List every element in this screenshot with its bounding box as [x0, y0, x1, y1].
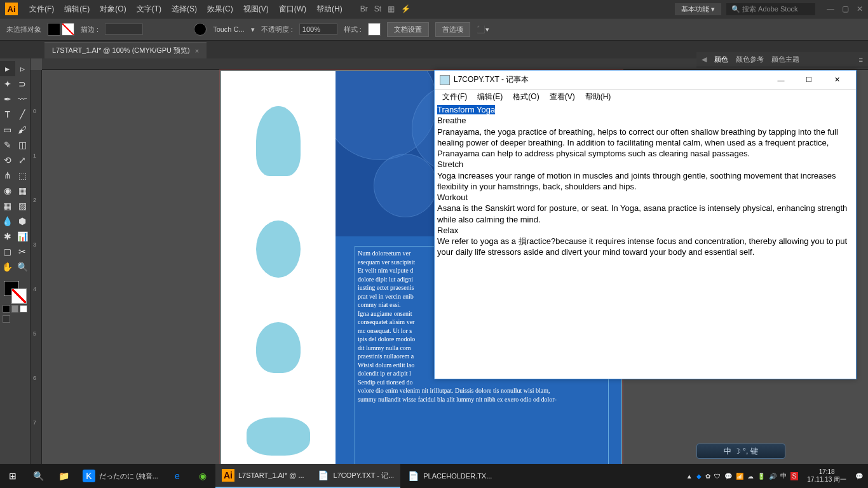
width-tool[interactable]: ⋔	[0, 168, 15, 183]
magic-wand-tool[interactable]: ✦	[0, 76, 15, 92]
notepad-menu-file[interactable]: 文件(F)	[438, 92, 471, 102]
notepad-text-area[interactable]: Transform Yoga Breathe Pranayama, the yo…	[435, 104, 856, 379]
workspace-selector[interactable]: 基本功能 ▾	[675, 3, 721, 15]
gradient-tool[interactable]: ▨	[15, 198, 31, 214]
screen-mode-icon[interactable]	[3, 315, 10, 323]
tray-icon[interactable]: ☁	[747, 473, 754, 480]
panel-tab-color-themes[interactable]: 颜色主题	[771, 55, 799, 64]
menu-edit[interactable]: 编辑(E)	[59, 4, 95, 15]
notepad-menu-view[interactable]: 查看(V)	[546, 92, 579, 102]
system-tray[interactable]: ▲ ◆ ✿ 🛡 💬 📶 ☁ 🔋 🔊 中 S 17:18 17.11.13 周一 …	[681, 468, 868, 484]
ime-icon[interactable]: S	[790, 472, 799, 480]
shape-builder-tool[interactable]: ◉	[0, 183, 15, 198]
eraser-tool[interactable]: ◫	[15, 137, 31, 152]
notepad-titlebar[interactable]: L7COPY.TXT - 记事本 — ☐ ✕	[435, 71, 856, 90]
eyedropper-tool[interactable]: 💧	[0, 214, 15, 229]
stroke-swatch[interactable]	[62, 23, 74, 36]
doc-setup-button[interactable]: 文档设置	[387, 22, 429, 37]
gradient-mode-icon[interactable]	[11, 305, 19, 313]
maximize-icon[interactable]: ▢	[842, 4, 849, 13]
yoga-pose-3[interactable]	[256, 322, 301, 373]
yoga-pose-2[interactable]	[256, 220, 301, 278]
notepad-menu-edit[interactable]: 编辑(E)	[473, 92, 506, 102]
ime-lang[interactable]: 中	[780, 471, 787, 480]
clock[interactable]: 17:18 17.11.13 周一	[802, 468, 851, 484]
mesh-tool[interactable]: ▦	[0, 198, 15, 214]
tray-icon[interactable]: 📶	[736, 473, 743, 480]
file-explorer-button[interactable]: 📁	[51, 464, 76, 488]
type-tool[interactable]: T	[0, 107, 15, 122]
selection-tool[interactable]: ▸	[0, 61, 15, 76]
notepad-menu-help[interactable]: 帮助(H)	[581, 92, 615, 102]
minimize-icon[interactable]: —	[827, 4, 834, 13]
menu-help[interactable]: 帮助(H)	[311, 4, 348, 15]
menu-window[interactable]: 窗口(W)	[274, 4, 311, 15]
paintbrush-tool[interactable]: 🖌	[15, 122, 31, 137]
notepad-maximize-button[interactable]: ☐	[795, 71, 823, 89]
artboard-tool[interactable]: ▢	[0, 244, 15, 259]
menu-view[interactable]: 视图(V)	[238, 4, 274, 15]
start-button[interactable]: ⊞	[0, 464, 25, 488]
shaper-tool[interactable]: ✎	[0, 137, 15, 152]
stroke-weight-input[interactable]	[105, 24, 143, 35]
direct-selection-tool[interactable]: ▹	[15, 61, 31, 76]
placeholder-task-button[interactable]: 📄PLACEHOLDER.TX...	[400, 464, 498, 488]
lasso-tool[interactable]: ⊃	[15, 76, 31, 92]
style-swatch[interactable]	[368, 23, 381, 36]
notifications-icon[interactable]: 💬	[855, 473, 863, 480]
menu-file[interactable]: 文件(F)	[24, 4, 59, 15]
tab-close-icon[interactable]: ×	[195, 47, 199, 55]
brush-swatch[interactable]	[194, 23, 207, 36]
illustrator-task-button[interactable]: AiL7START_1.AI* @ ...	[215, 464, 311, 488]
prefs-button[interactable]: 首选项	[435, 22, 470, 37]
notepad-close-button[interactable]: ✕	[823, 71, 851, 89]
search-button[interactable]: 🔍	[25, 464, 51, 488]
none-mode-icon[interactable]	[20, 305, 27, 313]
tray-icon[interactable]: 🔊	[769, 473, 776, 480]
zoom-tool[interactable]: 🔍	[15, 259, 31, 274]
tray-icon[interactable]: 💬	[724, 473, 732, 480]
rotate-tool[interactable]: ⟲	[0, 152, 15, 168]
brush-name[interactable]: Touch C...	[213, 25, 245, 33]
rectangle-tool[interactable]: ▭	[0, 122, 15, 137]
menu-type[interactable]: 文字(T)	[132, 4, 166, 15]
free-transform-tool[interactable]: ⬚	[15, 168, 31, 183]
yoga-pose-4[interactable]	[247, 417, 310, 456]
edge-button[interactable]: e	[165, 464, 190, 488]
menu-effect[interactable]: 效果(C)	[202, 4, 238, 15]
ime-indicator[interactable]: 中 ☽ °, 键	[696, 444, 785, 459]
browser-button[interactable]: ◉	[190, 464, 215, 488]
gpu-icon[interactable]: ⚡	[401, 4, 410, 13]
stock-icon[interactable]: St	[374, 4, 381, 13]
menu-select[interactable]: 选择(S)	[166, 4, 202, 15]
menu-object[interactable]: 对象(O)	[95, 4, 131, 15]
yoga-pose-1[interactable]	[256, 106, 301, 176]
slice-tool[interactable]: ✂	[15, 244, 31, 259]
fill-stroke-control[interactable]	[0, 278, 30, 304]
color-mode-icon[interactable]	[3, 305, 10, 313]
pen-tool[interactable]: ✒	[0, 92, 15, 107]
notepad-window[interactable]: L7COPY.TXT - 记事本 — ☐ ✕ 文件(F) 编辑(E) 格式(O)…	[434, 70, 857, 379]
notepad-minimize-button[interactable]: —	[767, 71, 795, 89]
panel-tab-color-guide[interactable]: 颜色参考	[736, 55, 764, 64]
curvature-tool[interactable]: 〰	[15, 92, 31, 107]
opacity-input[interactable]	[299, 24, 337, 35]
tray-icon[interactable]: ✿	[705, 473, 710, 480]
tray-icon[interactable]: ◆	[696, 473, 702, 480]
notepad-task-button[interactable]: 📄L7COPY.TXT - 记...	[311, 464, 401, 488]
graph-tool[interactable]: 📊	[15, 229, 31, 244]
tray-icon[interactable]: ▲	[686, 473, 693, 480]
scale-tool[interactable]: ⤢	[15, 152, 31, 168]
tray-icon[interactable]: 🔋	[757, 473, 765, 480]
fill-swatch[interactable]	[48, 23, 60, 36]
search-stock-input[interactable]: 🔍 搜索 Adobe Stock	[726, 3, 815, 15]
music-app-button[interactable]: Kだったのに (純音...	[76, 464, 165, 488]
line-tool[interactable]: ╱	[15, 107, 31, 122]
arrange-icon[interactable]: ▦	[388, 4, 395, 13]
hand-tool[interactable]: ✋	[0, 259, 15, 274]
symbol-sprayer-tool[interactable]: ✱	[0, 229, 15, 244]
bridge-icon[interactable]: Br	[360, 4, 368, 13]
blend-tool[interactable]: ⬢	[15, 214, 31, 229]
tray-icon[interactable]: 🛡	[714, 473, 721, 480]
panel-tab-color[interactable]: 颜色	[714, 55, 728, 64]
